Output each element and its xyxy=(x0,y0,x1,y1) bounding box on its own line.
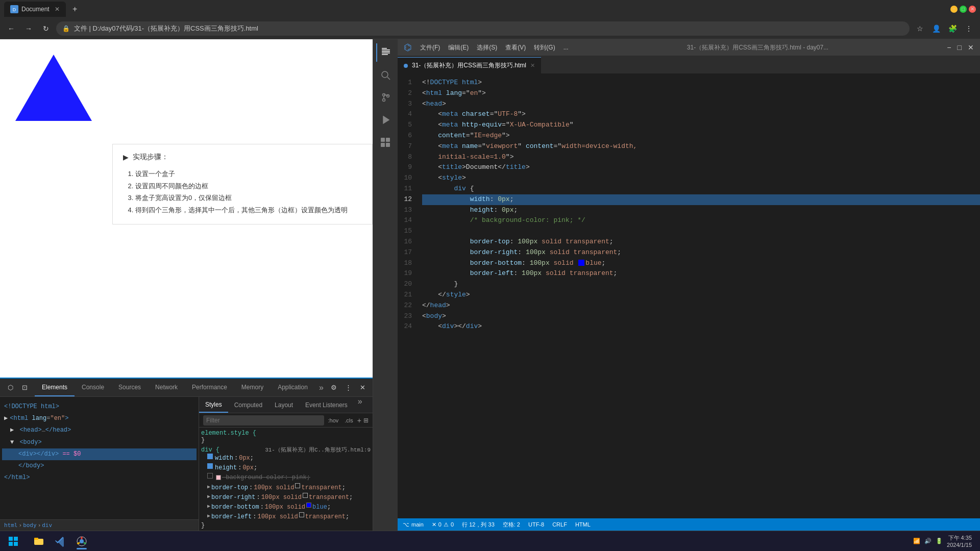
devtools-settings-button[interactable]: ⚙ xyxy=(328,382,340,394)
subtabs-more[interactable]: » xyxy=(354,397,366,413)
add-style-button[interactable]: + xyxy=(357,416,361,424)
devtools-more-tabs[interactable]: » xyxy=(315,379,328,396)
bookmark-button[interactable]: ☆ xyxy=(913,21,927,36)
tab-console[interactable]: Console xyxy=(75,379,111,396)
steps-collapse-icon[interactable]: ▶ xyxy=(123,153,129,161)
statusbar-encoding[interactable]: UTF-8 xyxy=(528,521,544,528)
volume-icon[interactable]: 🔊 xyxy=(924,538,932,544)
network-icon[interactable]: 📶 xyxy=(913,538,920,544)
vscode-minimize[interactable]: − xyxy=(947,43,951,52)
devtools-more-button[interactable]: ⋮ xyxy=(342,382,354,394)
statusbar-line[interactable]: 行 12, 列 33 xyxy=(462,521,495,529)
pink-swatch[interactable] xyxy=(216,475,221,480)
new-tab-button[interactable]: + xyxy=(68,2,82,16)
line-num-4: 4 xyxy=(398,109,412,120)
statusbar-line-ending[interactable]: CRLF xyxy=(552,521,567,528)
vscode-maximize[interactable]: □ xyxy=(958,43,962,52)
vscode-tab-active[interactable]: 31-（拓展补充）用CSS画三角形技巧.html ✕ xyxy=(398,57,541,73)
menu-view[interactable]: 查看(V) xyxy=(505,43,526,52)
taskbar-clock[interactable]: 下午 4:35 2024/1/15 xyxy=(947,534,972,548)
forward-button[interactable]: → xyxy=(21,21,36,36)
vscode-tabs: 31-（拓展补充）用CSS画三角形技巧.html ✕ xyxy=(398,56,980,73)
line-num-16: 16 xyxy=(398,237,412,247)
vscode-close[interactable]: ✕ xyxy=(968,43,974,52)
subtab-layout[interactable]: Layout xyxy=(268,397,299,413)
div-rule-section: div { 31-（拓展补充）用C..角形技巧.html:9 width: 0p… xyxy=(201,446,371,529)
devtools-responsive-button[interactable]: ⊡ xyxy=(18,382,31,394)
activity-search-icon[interactable] xyxy=(376,66,395,84)
taskbar-vscode[interactable] xyxy=(50,532,70,550)
menu-more[interactable]: ... xyxy=(564,44,569,51)
tab-elements[interactable]: Elements xyxy=(35,379,75,396)
tab-network[interactable]: Network xyxy=(148,379,185,396)
taskbar-file-explorer[interactable] xyxy=(29,532,49,550)
back-button[interactable]: ← xyxy=(4,21,18,36)
vscode-editor-area: ⌬ 文件(F) 编辑(E) 选择(S) 查看(V) 转到(G) ... 31-（… xyxy=(398,39,980,531)
line-num-3: 3 xyxy=(398,99,412,110)
blue-swatch[interactable] xyxy=(306,503,311,508)
tree-head[interactable]: ▶ <head>…</head> xyxy=(2,424,197,436)
activity-extensions-icon[interactable] xyxy=(376,133,395,152)
layout-view-button[interactable]: ⊞ xyxy=(363,417,369,424)
activity-debug-icon[interactable] xyxy=(376,111,395,129)
prop-height-checkbox[interactable] xyxy=(207,463,213,469)
tab-memory[interactable]: Memory xyxy=(234,379,271,396)
tree-body[interactable]: ▼ <body> xyxy=(2,437,197,448)
menu-file[interactable]: 文件(F) xyxy=(420,43,440,52)
settings-button[interactable]: ⋮ xyxy=(962,21,976,36)
maximize-button[interactable]: □ xyxy=(960,6,967,13)
refresh-button[interactable]: ↻ xyxy=(39,21,53,36)
transparent-swatch-left[interactable] xyxy=(299,512,304,517)
tab-performance[interactable]: Performance xyxy=(185,379,234,396)
devtools-close-button[interactable]: ✕ xyxy=(356,382,369,394)
tab-sources[interactable]: Sources xyxy=(111,379,148,396)
menu-selection[interactable]: 选择(S) xyxy=(477,43,497,52)
close-button[interactable]: ✕ xyxy=(969,6,976,13)
prop-width-checkbox[interactable] xyxy=(207,454,213,459)
transparent-swatch-right[interactable] xyxy=(303,493,308,498)
tree-html[interactable]: ▶<html lang="en"> xyxy=(2,413,197,424)
line-num-10: 10 xyxy=(398,173,412,184)
extension-button[interactable]: 🧩 xyxy=(945,21,960,36)
activity-git-icon[interactable] xyxy=(376,88,395,107)
minimize-button[interactable]: − xyxy=(950,6,958,13)
browser-tab-active[interactable]: D Document ✕ xyxy=(4,2,66,17)
menu-goto[interactable]: 转到(G) xyxy=(534,43,555,52)
taskbar-chrome[interactable] xyxy=(71,532,92,550)
statusbar-language[interactable]: HTML xyxy=(575,521,591,528)
tree-doctype: <!DOCTYPE html> xyxy=(2,401,197,413)
subtab-event-listeners[interactable]: Event Listeners xyxy=(299,397,354,413)
styles-filter-input[interactable] xyxy=(203,415,324,425)
transparent-swatch-top[interactable] xyxy=(295,483,300,488)
statusbar-spaces[interactable]: 空格: 2 xyxy=(503,521,520,529)
profile-button[interactable]: 👤 xyxy=(929,21,943,36)
subtab-styles[interactable]: Styles xyxy=(199,397,228,413)
code-line-11: div { xyxy=(422,184,980,194)
statusbar-git[interactable]: ⌥ main xyxy=(403,521,424,528)
breadcrumb-html[interactable]: html xyxy=(4,522,18,529)
menu-edit[interactable]: 编辑(E) xyxy=(448,43,469,52)
breadcrumb-body[interactable]: body xyxy=(23,522,37,529)
battery-icon[interactable]: 🔋 xyxy=(936,538,943,544)
devtools-inspect-button[interactable]: ⬡ xyxy=(4,382,16,394)
vscode-tab-close[interactable]: ✕ xyxy=(530,62,535,69)
tab-application[interactable]: Application xyxy=(271,379,315,396)
language-info: HTML xyxy=(575,521,591,528)
cls-button[interactable]: .cls xyxy=(342,416,355,424)
subtab-computed[interactable]: Computed xyxy=(228,397,268,413)
step-1: 设置一个盒子 xyxy=(135,168,362,180)
code-editor-content[interactable]: <!DOCTYPE html> <html lang="en"> <head> … xyxy=(418,73,980,518)
svg-line-8 xyxy=(387,77,390,80)
elements-tree-panel: <!DOCTYPE html> ▶<html lang="en"> ▶ <hea… xyxy=(0,397,199,531)
prop-bgcolor-checkbox[interactable] xyxy=(207,473,213,479)
start-button[interactable] xyxy=(4,532,22,550)
statusbar-errors[interactable]: ✕ 0 ⚠ 0 xyxy=(432,521,454,528)
activity-files-icon[interactable] xyxy=(376,43,395,62)
url-bar[interactable]: 🔒 文件 | D:/day07代码/31-（拓展补充）用CSS画三角形技巧.ht… xyxy=(56,21,910,36)
hov-button[interactable]: :hov xyxy=(326,416,341,424)
step-2: 设置四周不同颜色的边框 xyxy=(135,180,362,192)
div-source[interactable]: 31-（拓展补充）用C..角形技巧.html:9 xyxy=(265,446,371,454)
breadcrumb-div[interactable]: div xyxy=(42,522,52,529)
tab-close-button[interactable]: ✕ xyxy=(55,6,60,13)
tree-div-selected[interactable]: <div></div> == $0 xyxy=(2,448,197,460)
